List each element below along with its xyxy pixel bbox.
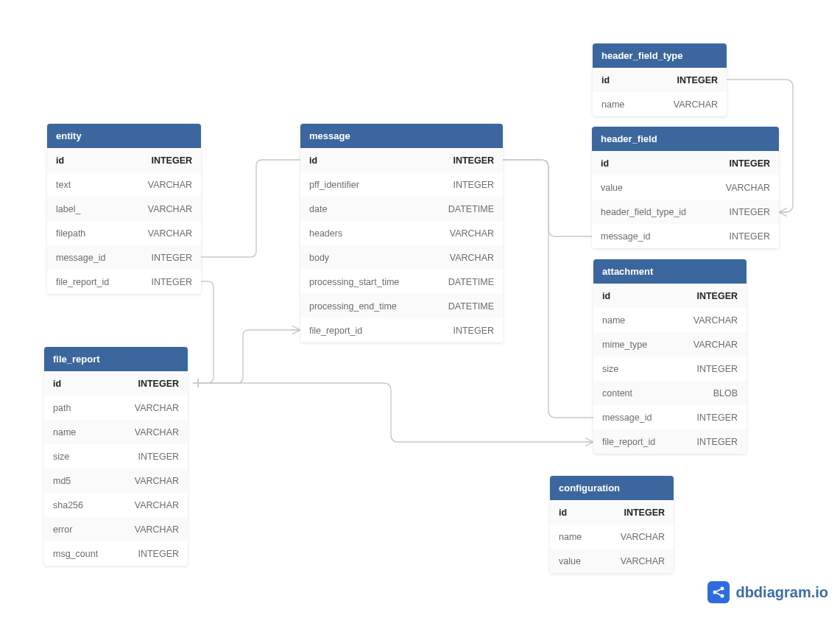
table-row[interactable]: sha256VARCHAR	[44, 493, 188, 517]
table-row[interactable]: sizeINTEGER	[44, 444, 188, 468]
table-row[interactable]: dateDATETIME	[300, 197, 503, 221]
table-row[interactable]: sizeINTEGER	[593, 357, 747, 381]
table-row[interactable]: header_field_type_idINTEGER	[592, 200, 779, 224]
table-attachment[interactable]: attachment idINTEGER nameVARCHAR mime_ty…	[593, 259, 747, 454]
table-title: attachment	[593, 259, 747, 284]
table-title: header_field	[592, 127, 779, 151]
table-row[interactable]: mime_typeVARCHAR	[593, 332, 747, 357]
table-row[interactable]: md5VARCHAR	[44, 468, 188, 493]
diagram-canvas[interactable]: header_field_type idINTEGER nameVARCHAR …	[0, 0, 840, 618]
table-row[interactable]: file_report_idINTEGER	[47, 270, 201, 294]
table-row[interactable]: idINTEGER	[47, 148, 201, 172]
table-row[interactable]: idINTEGER	[593, 68, 727, 92]
table-row[interactable]: nameVARCHAR	[593, 92, 727, 116]
table-row[interactable]: nameVARCHAR	[44, 420, 188, 444]
svg-line-5	[717, 589, 721, 591]
table-row[interactable]: filepathVARCHAR	[47, 221, 201, 245]
table-row[interactable]: idINTEGER	[593, 284, 747, 308]
table-row[interactable]: processing_end_timeDATETIME	[300, 294, 503, 318]
table-row[interactable]: pathVARCHAR	[44, 396, 188, 420]
table-title: message	[300, 124, 503, 148]
table-message[interactable]: message idINTEGER pff_identifierINTEGER …	[300, 124, 503, 343]
table-row[interactable]: label_VARCHAR	[47, 197, 201, 221]
brand-logo: dbdiagram.io	[707, 581, 828, 603]
table-row[interactable]: errorVARCHAR	[44, 517, 188, 541]
table-row[interactable]: nameVARCHAR	[593, 308, 747, 332]
table-row[interactable]: valueVARCHAR	[550, 549, 674, 573]
table-row[interactable]: bodyVARCHAR	[300, 245, 503, 270]
share-icon	[707, 581, 730, 603]
table-row[interactable]: idINTEGER	[44, 371, 188, 396]
table-row[interactable]: message_idINTEGER	[592, 224, 779, 248]
table-row[interactable]: valueVARCHAR	[592, 175, 779, 200]
table-row[interactable]: file_report_idINTEGER	[300, 318, 503, 343]
table-row[interactable]: pff_identifierINTEGER	[300, 172, 503, 197]
table-row[interactable]: processing_start_timeDATETIME	[300, 270, 503, 294]
table-row[interactable]: file_report_idINTEGER	[593, 429, 747, 454]
table-title: configuration	[550, 476, 674, 500]
table-header-field-type[interactable]: header_field_type idINTEGER nameVARCHAR	[593, 43, 727, 116]
svg-line-6	[717, 593, 721, 595]
table-row[interactable]: message_idINTEGER	[593, 405, 747, 429]
table-configuration[interactable]: configuration idINTEGER nameVARCHAR valu…	[550, 476, 674, 573]
table-row[interactable]: idINTEGER	[592, 151, 779, 175]
table-title: file_report	[44, 347, 188, 371]
table-title: header_field_type	[593, 43, 727, 68]
table-row[interactable]: idINTEGER	[300, 148, 503, 172]
brand-text: dbdiagram.io	[735, 584, 828, 601]
table-row[interactable]: idINTEGER	[550, 500, 674, 524]
table-entity[interactable]: entity idINTEGER textVARCHAR label_VARCH…	[47, 124, 201, 294]
table-file-report[interactable]: file_report idINTEGER pathVARCHAR nameVA…	[44, 347, 188, 566]
table-title: entity	[47, 124, 201, 148]
table-row[interactable]: headersVARCHAR	[300, 221, 503, 245]
table-row[interactable]: textVARCHAR	[47, 172, 201, 197]
table-row[interactable]: nameVARCHAR	[550, 524, 674, 549]
table-row[interactable]: msg_countINTEGER	[44, 541, 188, 566]
table-row[interactable]: message_idINTEGER	[47, 245, 201, 270]
table-header-field[interactable]: header_field idINTEGER valueVARCHAR head…	[592, 127, 779, 248]
table-row[interactable]: contentBLOB	[593, 381, 747, 405]
